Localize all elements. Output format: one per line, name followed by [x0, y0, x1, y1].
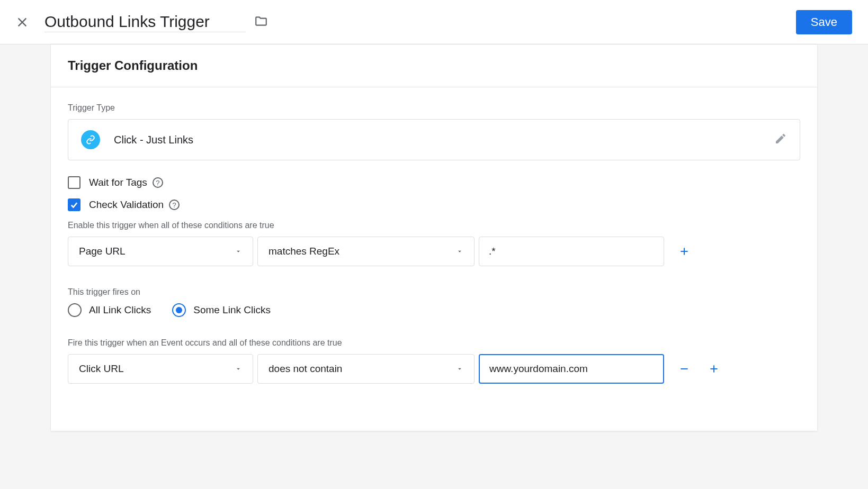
- fire-operator-value: does not contain: [269, 363, 456, 375]
- edit-trigger-type-button[interactable]: [774, 132, 787, 147]
- add-fire-condition-button[interactable]: [704, 359, 723, 378]
- enable-variable-value: Page URL: [79, 246, 235, 257]
- remove-fire-condition-button[interactable]: [675, 359, 694, 378]
- check-validation-row: Check Validation ?: [68, 198, 800, 211]
- link-icon: [81, 130, 100, 149]
- fire-variable-value: Click URL: [79, 363, 235, 375]
- add-enable-condition-button[interactable]: [675, 242, 694, 261]
- section-title: Trigger Configuration: [51, 44, 817, 87]
- fires-on-radio-group: All Link Clicks Some Link Clicks: [68, 303, 800, 317]
- chevron-down-icon: [235, 248, 242, 255]
- pencil-icon: [774, 132, 787, 145]
- minus-icon: [679, 364, 690, 374]
- trigger-type-label: Trigger Type: [68, 103, 800, 113]
- fires-on-label: This trigger fires on: [68, 287, 800, 297]
- radio-some: [172, 303, 186, 317]
- fires-on-some-option[interactable]: Some Link Clicks: [172, 303, 271, 317]
- radio-all: [68, 303, 82, 317]
- trigger-name-input[interactable]: [44, 12, 246, 32]
- wait-for-tags-checkbox[interactable]: [68, 176, 80, 189]
- config-panel: Trigger Configuration Trigger Type Click…: [51, 44, 817, 431]
- close-button[interactable]: [16, 16, 29, 29]
- chevron-down-icon: [456, 248, 463, 255]
- fire-operator-select[interactable]: does not contain: [257, 354, 475, 384]
- fire-value-input[interactable]: [479, 354, 664, 384]
- check-validation-label: Check Validation: [89, 199, 164, 211]
- folder-button[interactable]: [254, 14, 268, 30]
- folder-icon: [254, 14, 268, 28]
- enable-variable-select[interactable]: Page URL: [68, 237, 253, 266]
- check-validation-help[interactable]: ?: [169, 200, 180, 210]
- wait-for-tags-row: Wait for Tags ?: [68, 176, 800, 189]
- plus-icon: [679, 246, 690, 257]
- plus-icon: [709, 364, 719, 374]
- fire-condition-row: Click URL does not contain: [68, 354, 800, 384]
- check-validation-checkbox[interactable]: [68, 198, 80, 211]
- close-icon: [16, 16, 28, 28]
- radio-some-label: Some Link Clicks: [193, 304, 271, 316]
- save-button[interactable]: Save: [796, 10, 852, 34]
- wait-for-tags-label: Wait for Tags: [89, 177, 147, 188]
- enable-operator-value: matches RegEx: [269, 246, 456, 257]
- trigger-type-name: Click - Just Links: [114, 134, 774, 146]
- fire-variable-select[interactable]: Click URL: [68, 354, 253, 384]
- enable-conditions-label: Enable this trigger when all of these co…: [68, 221, 800, 230]
- chevron-down-icon: [235, 365, 242, 373]
- check-icon: [69, 200, 79, 210]
- enable-condition-row: Page URL matches RegEx: [68, 237, 800, 266]
- fire-conditions-label: Fire this trigger when an Event occurs a…: [68, 338, 800, 348]
- enable-operator-select[interactable]: matches RegEx: [257, 237, 475, 266]
- radio-all-label: All Link Clicks: [89, 304, 151, 316]
- enable-value-input[interactable]: [479, 237, 664, 266]
- chevron-down-icon: [456, 365, 463, 373]
- fires-on-all-option[interactable]: All Link Clicks: [68, 303, 151, 317]
- top-bar: Save: [0, 0, 868, 44]
- wait-for-tags-help[interactable]: ?: [153, 177, 163, 188]
- trigger-type-selector[interactable]: Click - Just Links: [68, 119, 800, 160]
